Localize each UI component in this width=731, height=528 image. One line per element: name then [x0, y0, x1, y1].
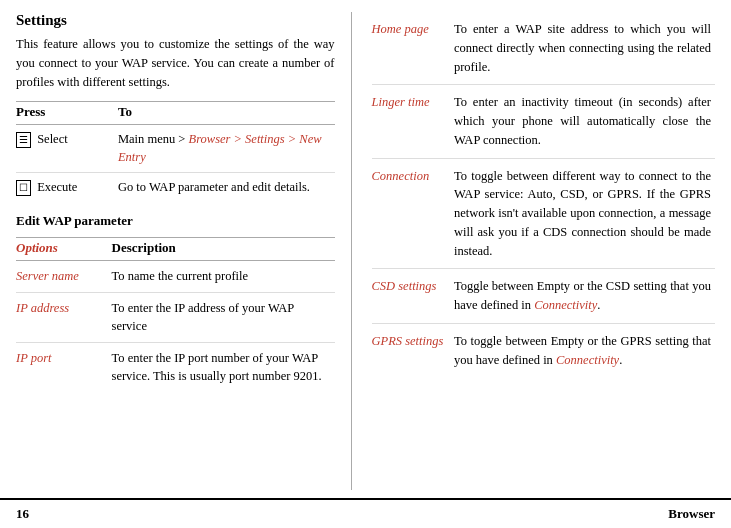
- option-cell: Server name: [16, 260, 112, 293]
- table-row: Home page To enter a WAP site address to…: [372, 12, 715, 85]
- desc-col-header: Description: [112, 237, 335, 260]
- desc-cell: To name the current profile: [112, 260, 335, 293]
- right-column: Home page To enter a WAP site address to…: [352, 12, 715, 490]
- to-cell: Main menu > Browser > Settings > New Ent…: [118, 125, 335, 173]
- option-cell: IP port: [16, 343, 112, 393]
- press-label: Execute: [37, 180, 77, 194]
- section-title: Settings: [16, 12, 335, 29]
- table-row: GPRS settings To toggle between Empty or…: [372, 323, 715, 377]
- option-cell: IP address: [16, 293, 112, 343]
- connectivity-link-csd: Connectivity: [534, 298, 597, 312]
- table-row: IP address To enter the IP address of yo…: [16, 293, 335, 343]
- table-row: Connection To toggle between different w…: [372, 158, 715, 269]
- press-label: Select: [37, 132, 68, 146]
- options-col-header: Options: [16, 237, 112, 260]
- to-col-header: To: [118, 102, 335, 125]
- left-column: Settings This feature allows you to cust…: [16, 12, 352, 490]
- press-cell: ☐ Execute: [16, 173, 118, 203]
- right-option-cell: CSD settings: [372, 269, 454, 324]
- to-text: Go to WAP parameter and edit details.: [118, 180, 310, 194]
- footer-section-name: Browser: [668, 506, 715, 522]
- right-table: Home page To enter a WAP site address to…: [372, 12, 715, 377]
- edit-wap-header: Edit WAP parameter: [16, 213, 335, 229]
- right-option-cell: Linger time: [372, 85, 454, 158]
- footer: 16 Browser: [0, 498, 731, 528]
- right-option-cell: GPRS settings: [372, 323, 454, 377]
- right-desc-cell: To toggle between Empty or the GPRS sett…: [454, 323, 715, 377]
- right-desc-cell: To toggle between different way to conne…: [454, 158, 715, 269]
- execute-icon: ☐: [16, 180, 31, 196]
- select-icon: ☰: [16, 132, 31, 148]
- connectivity-link-gprs: Connectivity: [556, 353, 619, 367]
- options-table: Options Description Server name To name …: [16, 237, 335, 393]
- table-row: IP port To enter the IP port number of y…: [16, 343, 335, 393]
- footer-page-number: 16: [16, 506, 29, 522]
- intro-text: This feature allows you to customize the…: [16, 35, 335, 91]
- right-desc-cell: Toggle between Empty or the CSD setting …: [454, 269, 715, 324]
- right-desc-cell: To enter a WAP site address to which you…: [454, 12, 715, 85]
- to-text-plain: Main menu >: [118, 132, 189, 146]
- press-table: Press To ☰ Select Main menu > Browser > …: [16, 101, 335, 203]
- right-desc-cell: To enter an inactivity timeout (in secon…: [454, 85, 715, 158]
- table-row: Server name To name the current profile: [16, 260, 335, 293]
- desc-cell: To enter the IP address of your WAP serv…: [112, 293, 335, 343]
- press-cell: ☰ Select: [16, 125, 118, 173]
- table-row: Linger time To enter an inactivity timeo…: [372, 85, 715, 158]
- page: Settings This feature allows you to cust…: [0, 0, 731, 528]
- content-area: Settings This feature allows you to cust…: [0, 0, 731, 498]
- desc-cell: To enter the IP port number of your WAP …: [112, 343, 335, 393]
- right-option-cell: Home page: [372, 12, 454, 85]
- press-col-header: Press: [16, 102, 118, 125]
- table-row: CSD settings Toggle between Empty or the…: [372, 269, 715, 324]
- right-option-cell: Connection: [372, 158, 454, 269]
- table-row: ☰ Select Main menu > Browser > Settings …: [16, 125, 335, 173]
- to-cell: Go to WAP parameter and edit details.: [118, 173, 335, 203]
- table-row: ☐ Execute Go to WAP parameter and edit d…: [16, 173, 335, 203]
